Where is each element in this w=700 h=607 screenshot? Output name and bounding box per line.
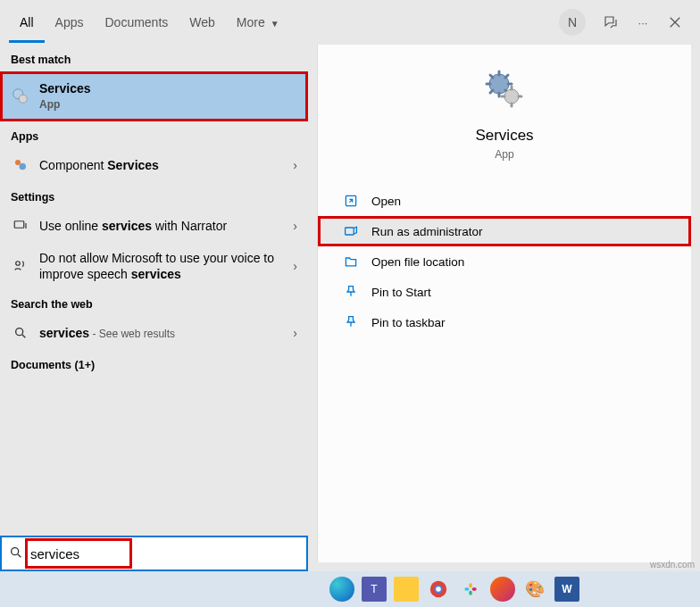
search-tabs: All Apps Documents Web More ▼ N ··· [0,0,700,45]
services-gear-icon [11,87,30,106]
settings1-hl: services [102,219,152,233]
svg-rect-22 [469,591,471,595]
tab-more[interactable]: More ▼ [226,3,290,43]
chevron-down-icon: ▼ [271,19,279,29]
svg-point-5 [20,163,27,170]
svg-point-14 [12,547,19,554]
web-item-services[interactable]: services - See web results › [0,316,308,350]
watermark: wsxdn.com [650,560,695,570]
user-avatar[interactable]: N [559,9,586,36]
admin-shield-icon [343,223,359,239]
settings1-post: with Narrator [152,219,227,233]
detail-hero: Services App [318,68,691,186]
svg-rect-21 [469,583,471,587]
section-web: Search the web [0,289,308,316]
search-icon [11,323,30,343]
taskbar-app-icon[interactable] [490,577,515,602]
svg-rect-13 [346,228,354,235]
narrator-icon [11,216,30,236]
svg-point-3 [19,95,27,103]
more-options-icon[interactable]: ··· [634,13,652,31]
section-settings: Settings [0,182,308,209]
open-icon [343,193,359,209]
svg-point-18 [436,586,441,592]
detail-sub: App [495,148,513,161]
services-hero-icon [483,68,526,111]
action-pin-taskbar-label: Pin to taskbar [371,316,446,329]
settings-item-narrator[interactable]: Use online services with Narrator › [0,209,308,243]
taskbar-teams-icon[interactable]: T [362,577,387,602]
taskbar-edge-icon[interactable] [329,577,354,602]
svg-rect-20 [472,587,477,590]
section-apps: Apps [0,121,308,148]
action-pin-start[interactable]: Pin to Start [318,277,691,307]
pin-start-icon [343,284,359,300]
action-open-location[interactable]: Open file location [318,246,691,277]
action-open-label: Open [371,195,401,208]
section-documents: Documents (1+) [0,350,308,377]
web-item-hl: services [39,326,89,340]
svg-line-9 [22,335,25,337]
detail-title: Services [475,127,533,145]
web-item-post: - See web results [89,328,175,340]
best-match-title: Services [39,80,297,96]
taskbar-chrome-icon[interactable] [426,577,451,602]
action-pin-start-label: Pin to Start [371,286,431,299]
tab-apps[interactable]: Apps [45,3,95,43]
best-match-item[interactable]: Services App [0,71,308,121]
action-run-admin-label: Run as administrator [371,225,483,238]
settings2-hl: services [131,267,181,281]
chevron-right-icon: › [293,219,297,233]
svg-point-4 [15,160,21,165]
svg-point-7 [16,262,21,266]
tab-all[interactable]: All [9,3,45,43]
svg-point-8 [16,328,23,336]
component-services-icon [11,155,30,175]
tab-web[interactable]: Web [179,3,226,43]
svg-line-15 [18,554,21,557]
tab-more-label: More [237,15,265,29]
svg-rect-19 [464,587,469,590]
taskbar-word-icon[interactable]: W [554,577,579,602]
taskbar: T 🎨 W [0,571,700,607]
action-open-location-label: Open file location [371,255,464,269]
taskbar-paint-icon[interactable]: 🎨 [522,577,547,602]
action-open[interactable]: Open [318,186,691,216]
svg-rect-6 [14,221,24,229]
tab-documents[interactable]: Documents [94,3,179,43]
search-input[interactable] [30,546,299,561]
chevron-right-icon: › [293,259,297,273]
apps-item-hl: Services [107,158,159,172]
results-column: Best match Services App Apps Component S… [0,0,308,562]
pin-taskbar-icon [343,314,359,330]
folder-icon [343,254,359,270]
apps-item-pre: Component [39,158,107,172]
settings-item-speech[interactable]: Do not allow Microsoft to use your voice… [0,243,308,289]
taskbar-file-explorer-icon[interactable] [394,577,419,602]
svg-point-11 [504,89,519,104]
speech-icon [11,256,30,276]
chevron-right-icon: › [293,158,297,172]
taskbar-slack-icon[interactable] [458,577,483,602]
settings1-pre: Use online [39,219,102,233]
close-icon[interactable] [666,13,684,31]
search-icon [9,545,25,562]
search-bar[interactable] [0,536,308,571]
chevron-right-icon: › [293,326,297,340]
feedback-icon[interactable] [602,13,620,31]
detail-pane: Services App Open Run as administrator O… [317,45,691,562]
action-pin-taskbar[interactable]: Pin to taskbar [318,307,691,337]
action-run-admin[interactable]: Run as administrator [318,216,691,246]
best-match-sub: App [39,96,297,112]
section-best-match: Best match [0,45,308,71]
apps-item-component-services[interactable]: Component Services › [0,148,308,182]
